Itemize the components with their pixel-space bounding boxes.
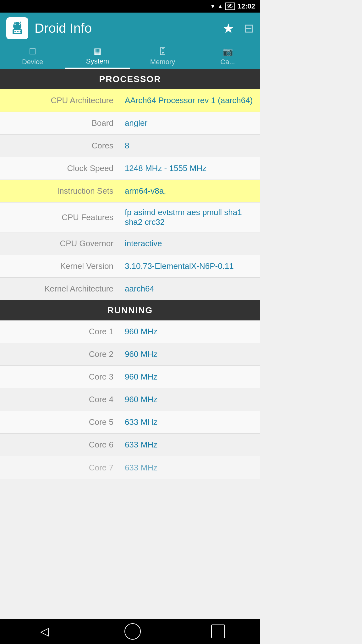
row-cpu-architecture: CPU Architecture AArch64 Processor rev 1… <box>0 89 260 112</box>
value-kernel-architecture: aarch64 <box>120 279 260 299</box>
label-core-4: Core 4 <box>0 390 120 409</box>
content-area: PROCESSOR CPU Architecture AArch64 Proce… <box>0 69 260 504</box>
app-bar-actions: ★ ⊟ <box>222 21 254 36</box>
value-core-5: 633 MHz <box>120 412 260 432</box>
battery-level: 95 <box>225 3 235 10</box>
status-bar: ▼ ▲ 95 12:02 <box>0 0 260 13</box>
label-core-6: Core 6 <box>0 435 120 455</box>
label-cpu-architecture: CPU Architecture <box>0 91 120 110</box>
app-logo <box>6 17 28 39</box>
svg-line-4 <box>20 22 21 23</box>
row-core-3: Core 3 960 MHz <box>0 366 260 388</box>
value-core-3: 960 MHz <box>120 367 260 387</box>
memory-tab-icon: 🗄 <box>159 47 167 57</box>
row-cpu-features: CPU Features fp asimd evtstrm aes pmull … <box>0 203 260 232</box>
svg-line-3 <box>14 22 14 23</box>
row-core-5: Core 5 633 MHz <box>0 411 260 434</box>
label-kernel-architecture: Kernel Architecture <box>0 279 120 299</box>
settings-button[interactable]: ⊟ <box>244 21 254 35</box>
value-core-6: 633 MHz <box>120 435 260 455</box>
label-instruction-sets: Instruction Sets <box>0 181 120 201</box>
processor-section-header: PROCESSOR <box>0 69 260 89</box>
row-core-6: Core 6 633 MHz <box>0 434 260 456</box>
svg-point-11 <box>20 31 21 32</box>
tab-camera[interactable]: 📷 Ca... <box>195 44 260 69</box>
value-core-1: 960 MHz <box>120 322 260 341</box>
svg-point-8 <box>15 31 16 32</box>
svg-point-1 <box>14 24 16 25</box>
value-core-4: 960 MHz <box>120 390 260 409</box>
svg-point-10 <box>19 31 19 32</box>
label-core-1: Core 1 <box>0 322 120 341</box>
tab-system[interactable]: ▦ System <box>65 44 130 69</box>
svg-point-2 <box>19 24 20 25</box>
value-cpu-architecture: AArch64 Processor rev 1 (aarch64) <box>120 91 260 110</box>
system-tab-icon: ▦ <box>94 46 101 56</box>
tab-memory-label: Memory <box>150 58 175 66</box>
value-instruction-sets: arm64-v8a, <box>120 181 260 201</box>
app-title: Droid Info <box>35 21 222 36</box>
tab-camera-label: Ca... <box>220 58 235 66</box>
wifi-icon: ▼ <box>210 3 216 10</box>
label-clock-speed: Clock Speed <box>0 158 120 178</box>
tab-device-label: Device <box>22 58 43 66</box>
label-cpu-governor: CPU Governor <box>0 234 120 253</box>
label-cpu-features: CPU Features <box>0 208 120 227</box>
tab-device[interactable]: ☐ Device <box>0 44 65 69</box>
label-board: Board <box>0 113 120 133</box>
value-kernel-version: 3.10.73-ElementalX-N6P-0.11 <box>120 256 260 276</box>
value-clock-speed: 1248 MHz - 1555 MHz <box>120 158 260 178</box>
camera-tab-icon: 📷 <box>223 47 233 57</box>
label-cores: Cores <box>0 136 120 156</box>
row-core-2: Core 2 960 MHz <box>0 343 260 366</box>
tab-system-label: System <box>86 57 109 65</box>
value-cores: 8 <box>120 136 260 156</box>
svg-point-0 <box>14 22 21 30</box>
tab-bar: ☐ Device ▦ System 🗄 Memory 📷 Ca... <box>0 44 260 69</box>
value-cpu-features: fp asimd evtstrm aes pmull sha1 sha2 crc… <box>120 203 260 232</box>
value-board: angler <box>120 113 260 133</box>
device-tab-icon: ☐ <box>29 47 36 57</box>
value-cpu-governor: interactive <box>120 234 260 253</box>
favorite-button[interactable]: ★ <box>222 21 234 36</box>
signal-icon: ▲ <box>217 3 223 10</box>
row-clock-speed: Clock Speed 1248 MHz - 1555 MHz <box>0 157 260 180</box>
app-bar: Droid Info ★ ⊟ <box>0 13 260 44</box>
running-section-header: RUNNING <box>0 300 260 320</box>
value-core-2: 960 MHz <box>120 344 260 364</box>
row-cpu-governor: CPU Governor interactive <box>0 232 260 255</box>
label-core-7: Core 7 <box>0 458 120 478</box>
value-core-7: 633 MHz <box>120 458 260 478</box>
row-cores: Cores 8 <box>0 135 260 157</box>
label-kernel-version: Kernel Version <box>0 256 120 276</box>
row-board: Board angler <box>0 112 260 135</box>
status-icons: ▼ ▲ 95 <box>210 3 235 10</box>
row-core-1: Core 1 960 MHz <box>0 320 260 343</box>
row-core-4: Core 4 960 MHz <box>0 388 260 411</box>
row-kernel-architecture: Kernel Architecture aarch64 <box>0 278 260 300</box>
row-kernel-version: Kernel Version 3.10.73-ElementalX-N6P-0.… <box>0 255 260 278</box>
label-core-3: Core 3 <box>0 367 120 387</box>
row-instruction-sets: Instruction Sets arm64-v8a, <box>0 180 260 203</box>
label-core-2: Core 2 <box>0 344 120 364</box>
svg-point-9 <box>17 31 18 32</box>
status-time: 12:02 <box>238 2 255 10</box>
label-core-5: Core 5 <box>0 412 120 432</box>
svg-point-7 <box>14 31 15 32</box>
row-core-7: Core 7 633 MHz <box>0 456 260 479</box>
tab-memory[interactable]: 🗄 Memory <box>130 44 195 69</box>
